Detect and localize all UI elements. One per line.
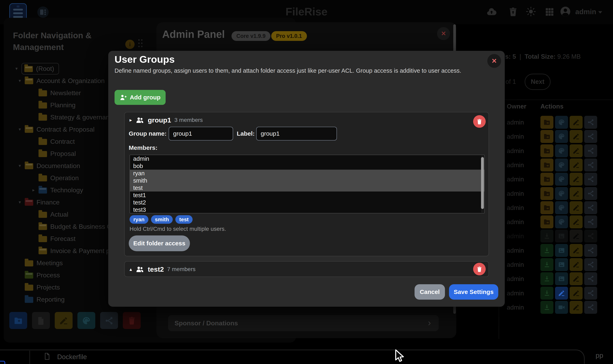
edit-action-button[interactable] <box>570 201 583 214</box>
download-action-button[interactable] <box>541 287 553 300</box>
tree-toggle-arrow-icon[interactable]: ▾ <box>15 66 21 71</box>
edit-action-button[interactable] <box>570 215 583 228</box>
listbox-scrollbar-thumb[interactable] <box>481 157 484 209</box>
edit-action-button[interactable] <box>570 301 583 314</box>
move-action-button[interactable] <box>541 201 553 214</box>
palette-action-button[interactable] <box>555 130 568 143</box>
edit-action-button[interactable] <box>570 158 583 171</box>
delete-group-button[interactable] <box>473 263 486 275</box>
edit-action-button[interactable] <box>570 173 583 186</box>
folder-plus-button[interactable] <box>9 312 27 329</box>
download-action-button[interactable] <box>541 244 553 257</box>
move-action-button[interactable] <box>541 116 553 129</box>
edit-action-button[interactable] <box>570 230 583 243</box>
share-action-button[interactable] <box>584 272 597 285</box>
share-action-button[interactable] <box>584 287 597 300</box>
palette-action-button[interactable] <box>555 187 568 200</box>
share-action-button[interactable] <box>584 173 597 186</box>
download-action-button[interactable] <box>541 272 553 285</box>
edit-action-button[interactable] <box>570 130 583 143</box>
cancel-button[interactable]: Cancel <box>415 284 445 300</box>
edit-action-button[interactable] <box>570 258 583 271</box>
member-option-ryan[interactable]: ryan <box>130 170 484 177</box>
move-action-button[interactable] <box>541 158 553 171</box>
palette-action-button[interactable] <box>555 116 568 129</box>
add-group-button[interactable]: Add group <box>114 90 166 105</box>
member-option-test3[interactable]: test3 <box>130 206 484 213</box>
image-action-button[interactable] <box>555 258 568 271</box>
share-button[interactable] <box>100 312 118 329</box>
chevron-down-icon[interactable] <box>597 9 604 16</box>
tree-toggle-arrow-icon[interactable]: ▾ <box>19 127 25 132</box>
share-action-button[interactable] <box>584 116 597 129</box>
move-action-button[interactable] <box>541 215 553 228</box>
info-icon[interactable]: i <box>125 40 135 49</box>
tree-toggle-arrow-icon[interactable]: ▾ <box>19 200 25 205</box>
member-option-bob[interactable]: bob <box>130 162 484 170</box>
image-action-button[interactable] <box>555 230 568 243</box>
cloud-upload-icon[interactable] <box>487 7 497 17</box>
member-option-smith[interactable]: smith <box>130 177 484 184</box>
tree-toggle-arrow-icon[interactable]: ▾ <box>19 78 25 83</box>
move-action-button[interactable] <box>541 130 553 143</box>
edit-folder-access-button[interactable]: Edit folder access <box>129 235 190 251</box>
palette-action-button[interactable] <box>555 215 568 228</box>
member-option-test[interactable]: test <box>130 184 484 192</box>
tree-toggle-arrow-icon[interactable]: ▾ <box>19 163 25 169</box>
share-action-button[interactable] <box>584 187 597 200</box>
member-option-test1[interactable]: test1 <box>130 192 484 199</box>
close-icon[interactable]: ✕ <box>487 54 501 68</box>
download-action-button[interactable] <box>541 301 553 314</box>
tree-toggle-arrow-icon[interactable]: ▸ <box>32 187 39 193</box>
palette-action-button[interactable] <box>555 158 568 171</box>
next-page-button[interactable]: Next <box>525 74 551 90</box>
file-list-item[interactable]: Dockerfile <box>57 353 87 361</box>
download-action-button[interactable] <box>541 230 553 243</box>
user-avatar-icon[interactable] <box>559 6 571 17</box>
apps-grid-icon[interactable] <box>544 7 555 17</box>
move-action-button[interactable] <box>541 187 553 200</box>
username-label[interactable]: admin <box>575 8 596 16</box>
image-action-button[interactable] <box>555 244 568 257</box>
share-action-button[interactable] <box>584 201 597 214</box>
collapse-arrow-icon[interactable]: ▴ <box>129 266 132 272</box>
share-action-button[interactable] <box>584 244 597 257</box>
move-action-button[interactable] <box>541 173 553 186</box>
video-action-button[interactable] <box>555 301 568 314</box>
edit-action-button[interactable] <box>570 187 583 200</box>
share-action-button[interactable] <box>584 301 597 314</box>
group-label-input[interactable] <box>256 127 337 141</box>
pencil-button[interactable] <box>55 312 72 329</box>
edit-blue-action-button[interactable] <box>555 287 568 300</box>
drag-handle-icon[interactable] <box>138 39 143 50</box>
move-action-button[interactable] <box>541 144 553 157</box>
trash-restore-icon[interactable] <box>508 7 518 17</box>
share-action-button[interactable] <box>584 258 597 271</box>
share-action-button[interactable] <box>584 158 597 171</box>
share-action-button[interactable] <box>584 130 597 143</box>
edit-action-button[interactable] <box>570 287 583 300</box>
file-button[interactable] <box>32 312 50 329</box>
delete-group-button[interactable] <box>473 115 486 128</box>
edit-action-button[interactable] <box>570 144 583 157</box>
admin-close-icon[interactable]: ✕ <box>437 27 450 40</box>
save-settings-button[interactable]: Save Settings <box>449 284 498 300</box>
download-action-button[interactable] <box>541 258 553 271</box>
member-option-admin[interactable]: admin <box>130 155 484 162</box>
edit-action-button[interactable] <box>570 244 583 257</box>
trash-button[interactable] <box>123 312 141 329</box>
collapse-arrow-icon[interactable]: ▸ <box>129 117 132 123</box>
palette-action-button[interactable] <box>555 173 568 186</box>
theme-sun-icon[interactable] <box>526 6 536 17</box>
sponsor-donations-section[interactable]: Sponsor / Donations › <box>168 315 439 331</box>
member-option-test2[interactable]: test2 <box>130 199 484 206</box>
image-action-button[interactable] <box>555 272 568 285</box>
palette-action-button[interactable] <box>555 144 568 157</box>
group-name-input[interactable] <box>169 127 233 141</box>
edit-action-button[interactable] <box>570 272 583 285</box>
share-action-button[interactable] <box>584 230 597 243</box>
share-action-button[interactable] <box>584 215 597 228</box>
members-listbox[interactable]: adminbobryansmithtesttest1test2test3 <box>129 155 485 213</box>
palette-action-button[interactable] <box>555 201 568 214</box>
palette-button[interactable] <box>77 312 95 329</box>
